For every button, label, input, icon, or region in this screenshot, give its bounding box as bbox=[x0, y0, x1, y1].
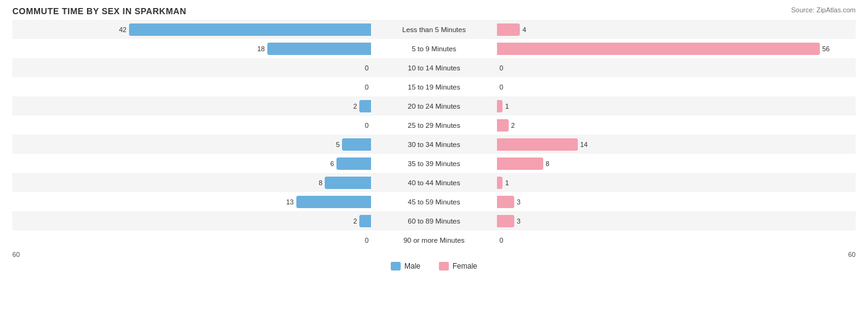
female-legend-label: Female bbox=[453, 262, 477, 271]
row-label: 30 to 34 Minutes bbox=[372, 141, 496, 148]
chart-row: 0 15 to 19 Minutes 0 bbox=[12, 77, 856, 96]
chart-row: 18 5 to 9 Minutes 56 bbox=[12, 39, 856, 58]
chart-row: 2 20 to 24 Minutes 1 bbox=[12, 96, 856, 115]
male-bar bbox=[129, 23, 371, 36]
female-value: 3 bbox=[517, 198, 520, 206]
right-bar-container: 4 bbox=[496, 20, 856, 39]
male-value: 0 bbox=[365, 122, 369, 129]
right-bar-container: 8 bbox=[496, 154, 856, 173]
female-bar bbox=[497, 177, 503, 189]
right-bar-container: 0 bbox=[496, 230, 856, 250]
right-bar-container: 3 bbox=[496, 192, 856, 211]
male-bar bbox=[325, 177, 371, 189]
axis-left: 60 bbox=[12, 251, 20, 258]
male-value: 0 bbox=[365, 237, 369, 244]
male-value: 6 bbox=[330, 160, 334, 167]
left-bar-container: 2 bbox=[12, 211, 372, 230]
female-value: 0 bbox=[499, 83, 503, 91]
chart-row: 0 10 to 14 Minutes 0 bbox=[12, 58, 856, 77]
female-value: 56 bbox=[822, 45, 830, 52]
row-label: 10 to 14 Minutes bbox=[372, 64, 496, 72]
row-label: Less than 5 Minutes bbox=[372, 26, 496, 33]
left-bar-container: 8 bbox=[12, 173, 372, 192]
left-bar-container: 6 bbox=[12, 154, 372, 173]
male-value: 0 bbox=[365, 64, 369, 72]
row-label: 60 to 89 Minutes bbox=[372, 217, 496, 225]
male-value: 42 bbox=[119, 26, 127, 33]
female-value: 4 bbox=[522, 26, 526, 33]
row-label: 20 to 24 Minutes bbox=[372, 103, 496, 110]
male-value: 2 bbox=[353, 103, 357, 110]
row-label: 5 to 9 Minutes bbox=[372, 45, 496, 52]
row-label: 40 to 44 Minutes bbox=[372, 179, 496, 187]
left-bar-container: 0 bbox=[12, 77, 372, 96]
right-bar-container: 2 bbox=[496, 115, 856, 135]
male-value: 18 bbox=[257, 45, 265, 52]
female-bar bbox=[497, 119, 509, 132]
female-value: 1 bbox=[505, 103, 509, 110]
legend: Male Female bbox=[12, 262, 856, 271]
female-value: 3 bbox=[517, 217, 520, 225]
axis-right: 60 bbox=[848, 251, 856, 258]
male-value: 13 bbox=[286, 198, 293, 206]
male-legend-label: Male bbox=[404, 262, 420, 271]
female-value: 8 bbox=[546, 160, 549, 167]
axis-labels: 60 60 bbox=[12, 251, 856, 258]
right-bar-container: 0 bbox=[496, 58, 856, 77]
male-bar bbox=[342, 138, 371, 151]
chart-title: COMMUTE TIME BY SEX IN SPARKMAN bbox=[12, 6, 856, 16]
male-bar bbox=[359, 100, 371, 112]
right-bar-container: 56 bbox=[496, 39, 856, 58]
female-value: 2 bbox=[511, 122, 515, 129]
right-bar-container: 14 bbox=[496, 135, 856, 154]
row-label: 25 to 29 Minutes bbox=[372, 122, 496, 129]
female-bar bbox=[497, 215, 514, 227]
female-value: 1 bbox=[505, 179, 509, 187]
left-bar-container: 0 bbox=[12, 58, 372, 77]
chart-row: 2 60 to 89 Minutes 3 bbox=[12, 211, 856, 230]
left-bar-container: 13 bbox=[12, 192, 372, 211]
left-bar-container: 5 bbox=[12, 135, 372, 154]
male-color-box bbox=[391, 262, 401, 271]
male-bar bbox=[296, 196, 371, 208]
female-bar bbox=[497, 157, 543, 170]
female-bar bbox=[497, 196, 514, 208]
chart-row: 0 25 to 29 Minutes 2 bbox=[12, 115, 856, 135]
row-label: 15 to 19 Minutes bbox=[372, 83, 496, 91]
female-bar bbox=[497, 43, 820, 55]
chart-row: 13 45 to 59 Minutes 3 bbox=[12, 192, 856, 211]
female-bar bbox=[497, 23, 520, 36]
chart-row: 5 30 to 34 Minutes 14 bbox=[12, 135, 856, 154]
male-value: 5 bbox=[336, 141, 340, 148]
row-label: 35 to 39 Minutes bbox=[372, 160, 496, 167]
male-bar bbox=[267, 43, 371, 55]
legend-male: Male bbox=[391, 262, 420, 271]
legend-female: Female bbox=[439, 262, 477, 271]
chart-row: 42 Less than 5 Minutes 4 bbox=[12, 20, 856, 39]
male-value: 8 bbox=[319, 179, 322, 187]
chart-row: 8 40 to 44 Minutes 1 bbox=[12, 173, 856, 192]
right-bar-container: 1 bbox=[496, 173, 856, 192]
chart-row: 0 90 or more Minutes 0 bbox=[12, 230, 856, 250]
source-label: Source: ZipAtlas.com bbox=[791, 6, 856, 14]
male-value: 0 bbox=[365, 83, 369, 91]
right-bar-container: 0 bbox=[496, 77, 856, 96]
female-value: 0 bbox=[499, 64, 503, 72]
left-bar-container: 42 bbox=[12, 20, 372, 39]
female-bar bbox=[497, 100, 503, 112]
left-bar-container: 18 bbox=[12, 39, 372, 58]
female-color-box bbox=[439, 262, 449, 271]
male-bar bbox=[336, 157, 371, 170]
left-bar-container: 0 bbox=[12, 115, 372, 135]
right-bar-container: 1 bbox=[496, 96, 856, 115]
chart-row: 6 35 to 39 Minutes 8 bbox=[12, 154, 856, 173]
left-bar-container: 2 bbox=[12, 96, 372, 115]
chart-rows: 42 Less than 5 Minutes 4 18 5 to 9 Minut… bbox=[12, 20, 856, 250]
female-bar bbox=[497, 138, 578, 151]
female-value: 14 bbox=[580, 141, 588, 148]
male-value: 2 bbox=[353, 217, 357, 225]
male-bar bbox=[359, 215, 371, 227]
female-value: 0 bbox=[499, 237, 503, 244]
row-label: 90 or more Minutes bbox=[372, 237, 496, 244]
left-bar-container: 0 bbox=[12, 230, 372, 250]
